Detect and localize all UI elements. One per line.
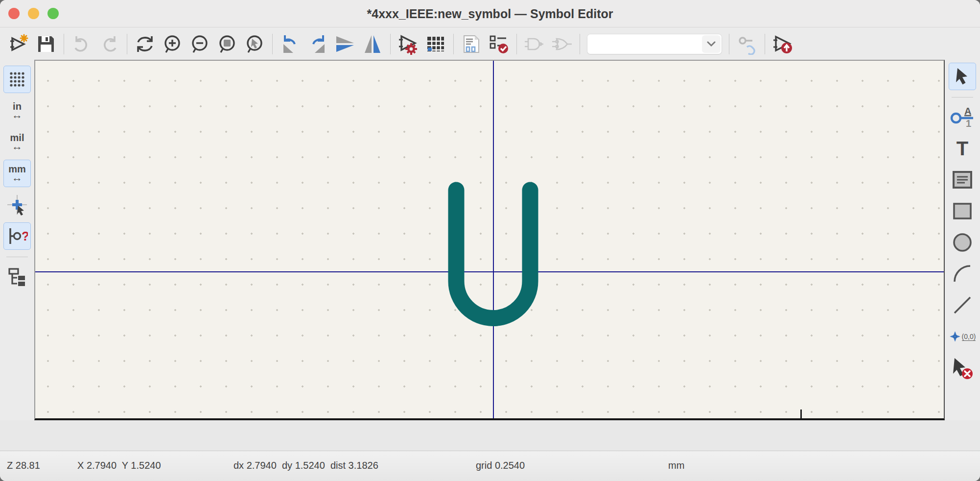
units-mils-button[interactable]: mil ↔ [3,128,31,156]
zoom-selection-button[interactable] [241,30,268,58]
pin-tool-button[interactable]: A 1 [949,103,976,131]
symbol-properties-icon [397,33,419,55]
redo-icon [99,34,119,54]
zoom-fit-icon [217,34,237,54]
rotate-ccw-icon [280,33,301,55]
arc-tool-button[interactable] [949,260,976,288]
toolbar-separator [390,34,391,54]
toolbar-separator [580,34,580,54]
demorgan-alternate-button[interactable] [548,30,576,58]
rotate-ccw-button[interactable] [277,30,304,58]
textbox-tool-button[interactable] [949,166,976,193]
text-tool-button[interactable]: T [949,135,976,162]
svg-text:A: A [964,106,971,117]
circle-tool-button[interactable] [949,229,976,256]
demorgan-alternate-icon [551,34,573,54]
toolbar-separator [765,34,765,54]
drawing-canvas[interactable] [34,60,945,420]
symbol-properties-button[interactable] [395,30,422,58]
units-inches-button[interactable]: in ↔ [3,97,31,124]
pin-table-icon [425,34,446,54]
textbox-icon [952,170,973,190]
toolbar-separator [453,34,454,54]
status-grid-size: grid 0.2540 [476,460,525,471]
new-symbol-button[interactable] [5,30,32,58]
delete-tool-button[interactable] [949,354,976,382]
title-bar: *4xxx_IEEE:new_symbol — Symbol Editor [0,0,980,27]
arc-icon [952,263,973,285]
anchor-origin-label: (0,0) [962,333,976,341]
unit-select-dropdown[interactable] [587,34,722,54]
symbol-checker-icon [488,33,510,55]
bottom-strip [0,420,980,451]
tree-hierarchy-icon [6,266,28,288]
select-tool-button[interactable] [949,63,976,90]
rectangle-tool-button[interactable] [949,197,976,225]
chevron-down-icon [702,35,721,53]
add-pin-icon: A 1 [950,105,975,129]
text-tool-icon: T [957,139,968,158]
toolbar-separator [272,34,273,54]
double-arrow-icon: ↔ [12,111,23,120]
demorgan-standard-icon [523,34,546,54]
toolbar-separator [64,34,64,54]
undo-button[interactable] [68,30,95,58]
work-area: in ↔ mil ↔ mm ↔ [0,60,980,420]
mirror-vertical-button[interactable] [331,30,359,58]
mirror-horizontal-button[interactable] [359,30,386,58]
mirror-horizontal-icon [362,33,383,55]
pin-electrical-type-toggle[interactable]: ? [3,222,31,250]
symbol-checker-button[interactable] [485,30,513,58]
library-tree-toggle[interactable] [3,263,31,290]
zoom-in-button[interactable] [159,30,186,58]
line-tool-button[interactable] [949,291,976,319]
double-arrow-icon: ↔ [12,173,23,182]
save-button[interactable] [32,30,60,58]
update-library-symbol-icon [771,33,794,55]
svg-text:1: 1 [966,118,971,129]
pin-sync-icon [736,33,758,55]
toolbar-separator [516,34,517,54]
circle-icon [952,232,973,253]
grid-toggle-button[interactable] [3,66,31,93]
crosshair-cursor-icon [6,194,28,216]
main-toolbar [0,28,980,60]
zoom-in-icon [162,34,183,54]
left-options-panel: in ↔ mil ↔ mm ↔ [0,60,34,420]
mirror-vertical-icon [334,33,356,55]
status-relative-delta: dx 2.7940 dy 1.5240 dist 3.1826 [233,460,378,471]
rotate-cw-button[interactable] [304,30,331,58]
demorgan-standard-button[interactable] [521,30,548,58]
rectangle-icon [952,201,973,221]
datasheet-button[interactable] [458,30,485,58]
refresh-view-button[interactable] [131,30,159,58]
double-arrow-icon: ↔ [12,142,23,151]
refresh-icon [135,34,155,54]
undo-icon [71,34,92,54]
line-icon [952,294,973,316]
zoom-fit-button[interactable] [213,30,241,58]
units-mm-button[interactable]: mm ↔ [3,160,31,187]
update-library-symbol-button[interactable] [769,30,796,58]
status-bar: Z 28.81 X 2.7940 Y 1.5240 dx 2.7940 dy 1… [0,451,980,481]
panel-separator [6,257,28,257]
pin-table-button[interactable] [422,30,449,58]
pin-sync-toggle-button[interactable] [733,30,761,58]
zoom-selection-icon [244,34,265,54]
redo-button[interactable] [95,30,123,58]
new-symbol-icon [8,33,29,55]
symbol-editor-window: *4xxx_IEEE:new_symbol — Symbol Editor [0,0,980,481]
status-zoom: Z 28.81 [7,460,40,471]
panel-separator [952,97,973,97]
anchor-tool-button[interactable]: (0,0) [949,323,976,350]
symbol-graphic[interactable] [35,61,945,420]
status-units: mm [668,460,684,471]
grid-dots-icon [7,70,27,89]
toolbar-separator [127,34,127,54]
cursor-shape-button[interactable] [3,191,31,218]
right-tools-panel: A 1 T [945,60,980,420]
zoom-out-button[interactable] [186,30,213,58]
u-shape-path[interactable] [456,190,530,318]
datasheet-icon [461,34,482,54]
window-title: *4xxx_IEEE:new_symbol — Symbol Editor [0,0,980,27]
